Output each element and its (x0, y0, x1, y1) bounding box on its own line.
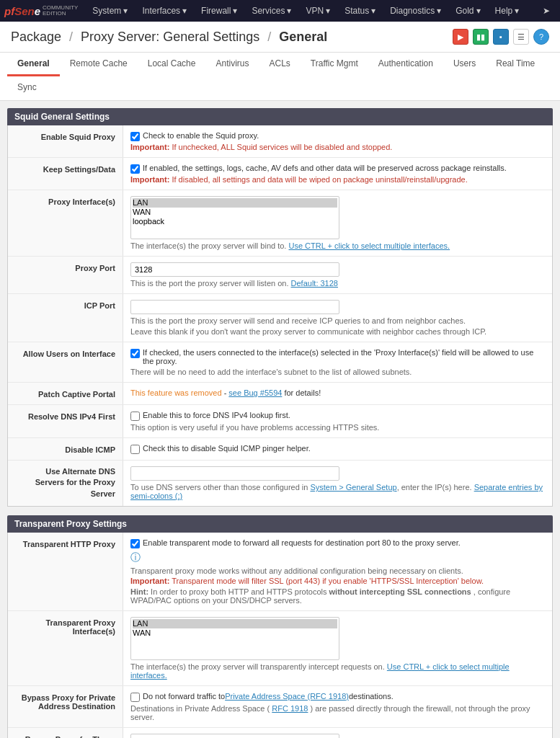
bypass-private-rfc-link[interactable]: RFC 1918 (272, 704, 308, 713)
bypass-private-hint: Destinations in Private Address Space ( … (130, 704, 545, 721)
patch-captive-value: This feature was removed - see Bug #5594… (123, 383, 552, 404)
disable-icmp-label: Disable ICMP (8, 438, 123, 460)
transparent-interfaces-label: Transparent Proxy Interface(s) (8, 611, 123, 685)
icp-port-label: ICP Port (8, 294, 123, 342)
allow-users-text: If checked, the users connected to the i… (143, 348, 545, 365)
brand-logo: pfSene (4, 5, 40, 17)
action-play-btn[interactable]: ▶ (453, 29, 468, 45)
tabs-bar: General Remote Cache Local Cache Antivir… (0, 53, 560, 101)
bypass-private-link[interactable]: Private Address Space (RFC 1918) (225, 692, 349, 701)
patch-captive-row: Patch Captive Portal This feature was re… (8, 383, 552, 405)
nav-interfaces[interactable]: Interfaces ▾ (135, 0, 194, 22)
transparent-http-value: Enable transparent mode to forward all r… (123, 533, 552, 610)
enable-squid-important: Important: If unchecked, ALL Squid servi… (130, 143, 545, 151)
tab-local-cache[interactable]: Local Cache (138, 53, 206, 76)
enable-squid-checkbox[interactable] (130, 132, 140, 141)
patch-captive-label: Patch Captive Portal (8, 383, 123, 404)
tab-traffic-mgmt[interactable]: Traffic Mgmt (301, 53, 368, 76)
proxy-interfaces-hint: The interface(s) the proxy server will b… (130, 241, 545, 250)
page-header: Package / Proxy Server: General Settings… (0, 22, 560, 53)
resolve-dns-label: Resolve DNS IPv4 First (8, 405, 123, 437)
tab-acls[interactable]: ACLs (259, 53, 300, 76)
alt-dns-row: Use Alternate DNSServers for the ProxySe… (8, 461, 552, 506)
proxy-port-label: Proxy Port (8, 257, 123, 293)
keep-settings-label: Keep Settings/Data (8, 158, 123, 190)
nav-items: System ▾ Interfaces ▾ Firewall ▾ Service… (85, 0, 537, 22)
bypass-private-text1: Do not forward traffic to (143, 692, 225, 701)
nav-services[interactable]: Services ▾ (244, 0, 298, 22)
proxy-port-input[interactable] (130, 262, 339, 277)
bypass-private-checkbox[interactable] (130, 693, 140, 702)
tab-antivirus[interactable]: Antivirus (205, 53, 259, 76)
action-pause-btn[interactable]: ▮▮ (473, 29, 489, 45)
icp-port-row: ICP Port This is the port the proxy serv… (8, 294, 552, 342)
nav-system[interactable]: System ▾ (85, 0, 135, 22)
tab-general[interactable]: General (7, 53, 60, 76)
allow-users-value: If checked, the users connected to the i… (123, 342, 552, 382)
proxy-port-link[interactable]: Default: 3128 (291, 279, 338, 288)
bypass-private-row: Bypass Proxy for Private Address Destina… (8, 686, 552, 728)
sep-1: / (69, 30, 73, 44)
squid-settings-table: Enable Squid Proxy Check to enable the S… (7, 125, 553, 507)
icp-port-hint2: Leave this blank if you don't want the p… (130, 327, 545, 336)
transparent-interfaces-link[interactable]: Use CTRL + click to select multiple inte… (130, 662, 510, 680)
nav-help[interactable]: Help ▾ (488, 0, 527, 22)
nav-right-icon[interactable]: ➤ (537, 6, 556, 16)
patch-captive-text: This feature was removed (130, 388, 222, 397)
enable-squid-label: Enable Squid Proxy (8, 125, 123, 157)
allow-users-label: Allow Users on Interface (8, 342, 123, 382)
enable-squid-row: Enable Squid Proxy Check to enable the S… (8, 125, 552, 158)
action-list-btn[interactable]: ☰ (513, 29, 529, 45)
transparent-http-text: Enable transparent mode to forward all r… (143, 538, 461, 547)
bypass-private-label: Bypass Proxy for Private Address Destina… (8, 686, 123, 727)
tab-users[interactable]: Users (443, 53, 486, 76)
resolve-dns-row: Resolve DNS IPv4 First Enable this to fo… (8, 405, 552, 438)
alt-dns-input[interactable] (130, 466, 339, 481)
nav-gold[interactable]: Gold ▾ (448, 0, 487, 22)
main-content: Squid General Settings Enable Squid Prox… (0, 101, 560, 738)
disable-icmp-value: Check this to disable Squid ICMP pinger … (123, 438, 552, 460)
proxy-interfaces-label: Proxy Interface(s) (8, 190, 123, 256)
patch-captive-link[interactable]: see Bug #5594 (228, 388, 282, 397)
nav-status[interactable]: Status ▾ (337, 0, 383, 22)
allow-users-checkbox[interactable] (130, 349, 140, 358)
page-breadcrumb: Package / Proxy Server: General Settings… (11, 30, 327, 45)
transparent-interfaces-select[interactable]: LAN WAN (130, 617, 339, 660)
allow-users-hint: There will be no need to add the interfa… (130, 368, 545, 376)
action-chart-btn[interactable]: ▪ (493, 29, 509, 45)
tab-authentication[interactable]: Authentication (368, 53, 443, 76)
icp-port-hint1: This is the port the proxy server will s… (130, 316, 545, 325)
patch-captive-rest: for details! (284, 388, 321, 397)
breadcrumb-3: General (279, 30, 327, 44)
alt-dns-link1[interactable]: System > General Setup (310, 483, 396, 492)
icp-port-input[interactable] (130, 300, 339, 314)
squid-section-header: Squid General Settings (7, 108, 553, 125)
transparent-http-checkbox[interactable] (130, 539, 140, 548)
transparent-interfaces-row: Transparent Proxy Interface(s) LAN WAN T… (8, 611, 552, 686)
bypass-source-row: Bypass Proxy for These Source IPs Do not… (8, 728, 552, 738)
transparent-info-icon: ⓘ (130, 551, 545, 564)
transparent-section-header: Transparent Proxy Settings (7, 515, 553, 533)
enable-squid-value: Check to enable the Squid proxy. Importa… (123, 125, 552, 157)
disable-icmp-text: Check this to disable Squid ICMP pinger … (143, 444, 311, 453)
tab-remote-cache[interactable]: Remote Cache (60, 53, 138, 76)
resolve-dns-checkbox[interactable] (130, 412, 140, 421)
transparent-settings-table: Transparent HTTP Proxy Enable transparen… (7, 533, 553, 738)
keep-settings-text: If enabled, the settings, logs, cache, A… (143, 164, 507, 172)
bypass-private-value: Do not forward traffic to Private Addres… (123, 686, 552, 727)
proxy-interfaces-link[interactable]: Use CTRL + click to select multiple inte… (288, 241, 450, 250)
keep-settings-checkbox[interactable] (130, 164, 140, 174)
proxy-interfaces-select[interactable]: LAN WAN loopback (130, 196, 339, 239)
nav-diagnostics[interactable]: Diagnostics ▾ (383, 0, 448, 22)
nav-vpn[interactable]: VPN ▾ (298, 0, 337, 22)
alt-dns-label: Use Alternate DNSServers for the ProxySe… (8, 461, 123, 506)
action-help-btn[interactable]: ? (533, 29, 549, 45)
breadcrumb-2: Proxy Server: General Settings (81, 30, 259, 44)
bypass-source-input[interactable] (130, 734, 339, 738)
proxy-port-value: This is the port the proxy server will l… (123, 257, 552, 293)
navbar: pfSene COMMUNITYEDITION System ▾ Interfa… (0, 0, 560, 22)
tab-sync[interactable]: Sync (7, 76, 47, 100)
tab-real-time[interactable]: Real Time (486, 53, 545, 76)
nav-firewall[interactable]: Firewall ▾ (194, 0, 244, 22)
disable-icmp-checkbox[interactable] (130, 445, 140, 454)
